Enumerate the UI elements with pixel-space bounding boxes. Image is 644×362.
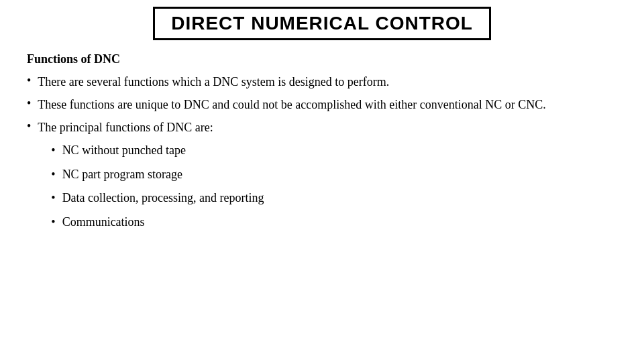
bullet-text-with-subitems: The principal functions of DNC are: • NC…: [38, 119, 617, 237]
sub-bullet-icon: •: [51, 189, 55, 208]
list-item: • These functions are unique to DNC and …: [27, 96, 617, 115]
sub-bullet-text: NC part program storage: [62, 166, 182, 184]
bullet-text: These functions are unique to DNC and co…: [38, 96, 617, 115]
page: DIRECT NUMERICAL CONTROL Functions of DN…: [0, 0, 644, 362]
sub-bullet-text: Communications: [62, 213, 145, 231]
list-item: • Communications: [51, 213, 631, 232]
sub-bullet-icon: •: [51, 141, 55, 160]
page-title: DIRECT NUMERICAL CONTROL: [171, 13, 473, 34]
sub-bullet-icon: •: [51, 166, 55, 184]
bullet-icon: •: [27, 119, 31, 133]
sub-bullet-text: Data collection, processing, and reporti…: [62, 189, 264, 207]
sub-bullet-text: NC without punched tape: [62, 141, 186, 160]
sub-bullet-icon: •: [51, 213, 55, 232]
title-box: DIRECT NUMERICAL CONTROL: [153, 7, 491, 40]
list-item: • The principal functions of DNC are: • …: [27, 119, 617, 237]
bullet-text: The principal functions of DNC are:: [38, 121, 213, 134]
list-item: • There are several functions which a DN…: [27, 73, 617, 92]
list-item: • NC part program storage: [51, 166, 631, 184]
bullet-icon: •: [27, 74, 31, 88]
sub-bullet-list: • NC without punched tape • NC part prog…: [51, 141, 631, 233]
list-item: • Data collection, processing, and repor…: [51, 189, 631, 208]
list-item: • NC without punched tape: [51, 141, 631, 160]
bullet-text: There are several functions which a DNC …: [38, 73, 617, 92]
bullet-icon: •: [27, 97, 31, 111]
section-heading: Functions of DNC: [27, 52, 120, 66]
main-bullet-list: • There are several functions which a DN…: [27, 73, 617, 241]
